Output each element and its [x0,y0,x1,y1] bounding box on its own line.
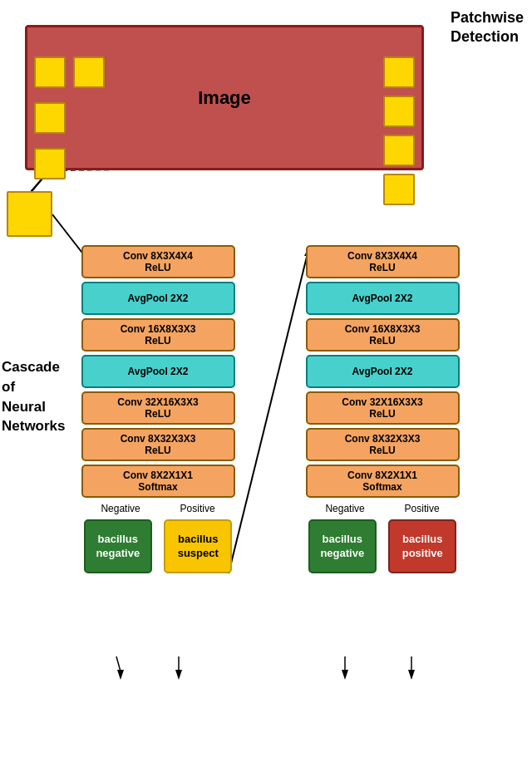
left-output-labels: Negative Positive [81,503,235,514]
right-layer-3: AvgPool 2X2 [306,355,460,388]
main-diagram: Patchwise Detection Image Cascade of Neu… [0,0,532,767]
image-label: Image [198,87,251,109]
patch-square-in-3 [34,102,66,134]
left-layer-0: Conv 8X3X4X4 ReLU [81,245,235,278]
right-layer-0: Conv 8X3X4X4 ReLU [306,245,460,278]
right-negative-label: Negative [325,503,364,514]
patch-square-in-1 [34,57,66,88]
left-positive-label: Positive [180,503,215,514]
right-result-row: bacillus negative bacillus positive [306,519,460,573]
left-network: Conv 8X3X4X4 ReLU AvgPool 2X2 Conv 16X8X… [75,245,241,573]
left-positive-box: bacillus suspect [164,519,232,573]
left-negative-box: bacillus negative [84,519,152,573]
right-output-labels: Negative Positive [306,503,460,514]
right-layer-1: AvgPool 2X2 [306,282,460,315]
patch-square-out-2 [383,96,415,127]
image-box: Image [25,25,424,170]
patch-square-in-2 [73,57,105,88]
patch-input-square [7,191,52,237]
right-layer-4: Conv 32X16X3X3 ReLU [306,391,460,425]
svg-marker-19 [342,670,348,680]
left-layer-6: Conv 8X2X1X1 Softmax [81,465,235,498]
right-negative-box: bacillus negative [308,519,377,573]
svg-line-14 [116,656,121,671]
cascade-label: Cascade of Neural Networks [2,357,66,436]
patch-square-out-1 [383,57,415,88]
patchwise-detection-label: Patchwise Detection [451,8,524,47]
right-positive-label: Positive [405,503,440,514]
svg-marker-21 [408,670,415,680]
svg-marker-15 [117,670,124,680]
patch-square-in-4 [34,148,66,179]
patch-square-out-3 [383,135,415,166]
left-layer-3: AvgPool 2X2 [81,355,235,388]
left-layer-4: Conv 32X16X3X3 ReLU [81,391,235,425]
right-layer-6: Conv 8X2X1X1 Softmax [306,465,460,498]
svg-marker-17 [175,670,182,680]
left-layer-1: AvgPool 2X2 [81,282,235,315]
right-layer-5: Conv 8X32X3X3 ReLU [306,428,460,461]
left-layer-2: Conv 16X8X3X3 ReLU [81,318,235,352]
patch-square-out-4 [383,174,415,205]
left-layer-5: Conv 8X32X3X3 ReLU [81,428,235,461]
right-network: Conv 8X3X4X4 ReLU AvgPool 2X2 Conv 16X8X… [299,245,466,573]
left-negative-label: Negative [101,503,140,514]
left-result-row: bacillus negative bacillus suspect [81,519,235,573]
right-positive-box: bacillus positive [388,519,456,573]
right-layer-2: Conv 16X8X3X3 ReLU [306,318,460,352]
